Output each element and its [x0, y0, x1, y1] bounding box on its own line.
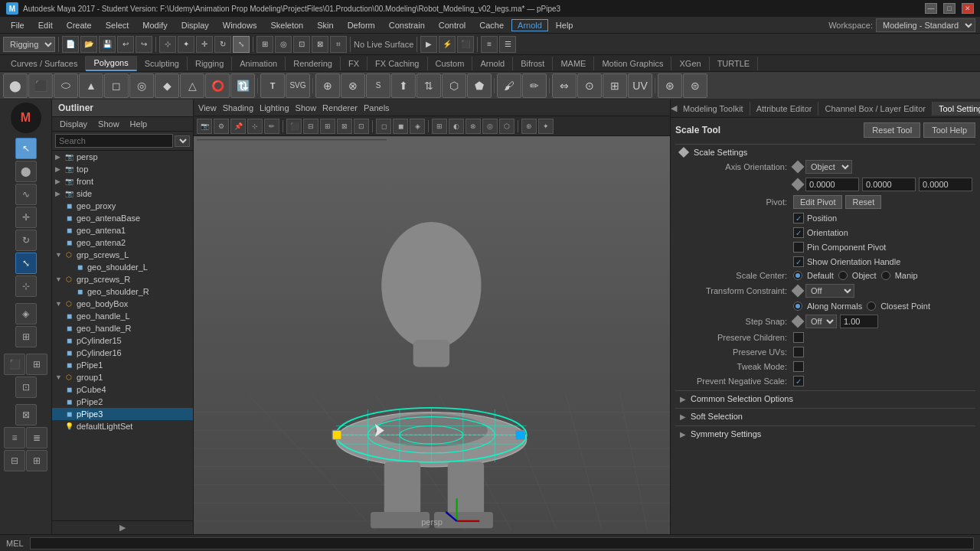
render-button[interactable]: ▶ [420, 36, 437, 53]
shelf-tab-custom[interactable]: Custom [428, 57, 473, 70]
workspace-select[interactable]: Modeling - Standard [876, 18, 975, 32]
anim-col-2[interactable]: ⊞ [26, 450, 47, 471]
rotate-tool-sidebar[interactable]: ↻ [15, 230, 37, 251]
vp-isolate[interactable]: ⊛ [521, 119, 537, 134]
maximize-button[interactable]: □ [943, 3, 956, 14]
layout-quad[interactable]: ⊞ [26, 354, 47, 375]
step-snap-amount-input[interactable] [840, 315, 878, 328]
shelf-icon-paint[interactable]: 🖌 [497, 73, 521, 98]
pin-component-checkbox[interactable] [793, 242, 804, 253]
mode-select[interactable]: Rigging [3, 37, 55, 52]
soft-mod-tool[interactable]: ◈ [15, 303, 37, 324]
redo-button[interactable]: ↪ [136, 36, 152, 53]
show-ui-button[interactable]: ≡ [481, 36, 498, 53]
menu-help[interactable]: Help [550, 19, 580, 31]
render-col-2[interactable]: ≣ [26, 427, 47, 448]
shelf-tab-arnold[interactable]: Arnold [472, 57, 513, 70]
vp-xray[interactable]: ✦ [538, 119, 554, 134]
hide-ui-button[interactable]: ☰ [499, 36, 516, 53]
shelf-icon-plane[interactable]: ◻ [104, 73, 129, 98]
outliner-item-geo-proxy[interactable]: ▶ ◼ geo_proxy [52, 200, 193, 212]
shelf-icon-combine[interactable]: ⊕ [315, 73, 340, 98]
scale-center-manip-radio[interactable] [881, 271, 890, 280]
vp-edit[interactable]: ✏ [264, 119, 279, 134]
vp-bookmark[interactable]: 📌 [230, 119, 246, 134]
menu-windows[interactable]: Windows [217, 19, 263, 31]
outliner-menu-show[interactable]: Show [93, 119, 124, 129]
ipr-render-button[interactable]: ⚡ [439, 36, 456, 53]
move-tool-sidebar[interactable]: ✛ [15, 207, 37, 228]
coord-y-input[interactable] [862, 178, 916, 191]
menu-control[interactable]: Control [433, 19, 472, 31]
outliner-item-persp[interactable]: ▶ 📷 persp [52, 151, 193, 163]
menu-constrain[interactable]: Constrain [383, 19, 431, 31]
shelf-icon-smooth[interactable]: S [366, 73, 390, 98]
menu-file[interactable]: File [5, 19, 31, 31]
open-scene-button[interactable]: 📂 [80, 36, 97, 53]
vp-shading-3[interactable]: ◈ [410, 119, 425, 134]
prevent-negative-checkbox[interactable]: ✓ [793, 376, 804, 386]
shelf-icon-cone[interactable]: ▲ [79, 73, 103, 98]
vp-shadow[interactable]: ◐ [449, 119, 464, 134]
vp-snap[interactable]: ⊹ [247, 119, 263, 134]
vp-menu-panels[interactable]: Panels [364, 103, 390, 112]
outliner-item-geo-shoulder-r[interactable]: ▶ ◼ geo_shoulder_R [52, 285, 193, 298]
vp-dof[interactable]: ◎ [482, 119, 498, 134]
vp-menu-view[interactable]: View [198, 103, 217, 112]
edit-pivot-button[interactable]: Edit Pivot [793, 195, 842, 209]
outliner-search-input[interactable] [55, 134, 173, 148]
viewport-canvas[interactable]: Verts: 142742 2880 0 Edges: 284676 5760 … [194, 136, 670, 534]
vp-camera-settings[interactable]: ⚙ [214, 119, 229, 134]
shelf-tab-rendering[interactable]: Rendering [286, 57, 341, 70]
shelf-tab-sculpting[interactable]: Sculpting [137, 57, 188, 70]
shelf-tab-polygons[interactable]: Polygons [86, 56, 136, 71]
shelf-icon-attr-editor[interactable]: ⊜ [683, 73, 707, 98]
vp-moa[interactable]: ⬡ [499, 119, 514, 134]
shelf-icon-cylinder[interactable]: ⬭ [54, 73, 78, 98]
vp-shading-1[interactable]: ◻ [376, 119, 391, 134]
menu-cache[interactable]: Cache [473, 19, 510, 31]
shelf-icon-svg[interactable]: SVG [286, 73, 310, 98]
shelf-icon-booleans[interactable]: ⊗ [341, 73, 365, 98]
right-tab-tool-settings[interactable]: Tool Settings [933, 102, 980, 116]
close-button[interactable]: ✕ [962, 3, 974, 14]
outliner-item-pcylinder15[interactable]: ▶ ◼ pCylinder15 [52, 334, 193, 347]
menu-create[interactable]: Create [60, 19, 98, 31]
shelf-tab-fx-caching[interactable]: FX Caching [368, 57, 427, 70]
lasso-tool-button[interactable]: ✦ [178, 36, 194, 53]
axis-orientation-select[interactable]: Object World Gimbal [805, 160, 852, 174]
scale-settings-header[interactable]: Scale Settings [675, 144, 975, 160]
select-tool-sidebar[interactable]: ↖ [15, 138, 37, 159]
shelf-tab-curves[interactable]: Curves / Surfaces [3, 57, 86, 70]
shelf-icon-prism[interactable]: ◆ [155, 73, 179, 98]
paint-select-tool[interactable]: ⬤ [15, 161, 37, 182]
outliner-item-geo-handle-l[interactable]: ▶ ◼ geo_handle_L [52, 310, 193, 322]
vp-shading-2[interactable]: ◼ [393, 119, 408, 134]
vp-menu-shading[interactable]: Shading [223, 103, 253, 112]
shelf-icon-fill-hole[interactable]: ⬟ [467, 73, 492, 98]
scale-center-default-radio[interactable] [793, 271, 802, 280]
anim-col-1[interactable]: ⊟ [4, 450, 25, 471]
undo-button[interactable]: ↩ [117, 36, 134, 53]
outliner-item-group1[interactable]: ▼ ⬡ group1 [52, 371, 193, 383]
snap-grid-button[interactable]: ⊞ [256, 36, 273, 53]
outliner-item-pcube4[interactable]: ▶ ◼ pCube4 [52, 383, 193, 396]
vp-ao[interactable]: ⊗ [466, 119, 481, 134]
outliner-menu-display[interactable]: Display [55, 119, 92, 129]
menu-deform[interactable]: Deform [341, 19, 381, 31]
right-tab-nav-prev[interactable]: ◀ [671, 99, 677, 118]
vp-layout-2[interactable]: ⊟ [303, 119, 318, 134]
scale-tool-sidebar[interactable]: ⤡ [15, 253, 37, 274]
shelf-tab-fx[interactable]: FX [341, 57, 368, 70]
shelf-icon-cube[interactable]: ⬛ [28, 73, 53, 98]
vp-grid[interactable]: ⊞ [432, 119, 447, 134]
new-scene-button[interactable]: 📄 [62, 36, 79, 53]
vp-select-camera[interactable]: 📷 [197, 119, 212, 134]
vp-layout-3[interactable]: ⊞ [320, 119, 335, 134]
shelf-icon-sculpt[interactable]: ✏ [522, 73, 547, 98]
menu-skin[interactable]: Skin [311, 19, 339, 31]
vp-layout-1[interactable]: ⬛ [286, 119, 302, 134]
outliner-menu-help[interactable]: Help [126, 119, 152, 129]
save-scene-button[interactable]: 💾 [99, 36, 116, 53]
shelf-icon-bevel[interactable]: ⬡ [442, 73, 466, 98]
